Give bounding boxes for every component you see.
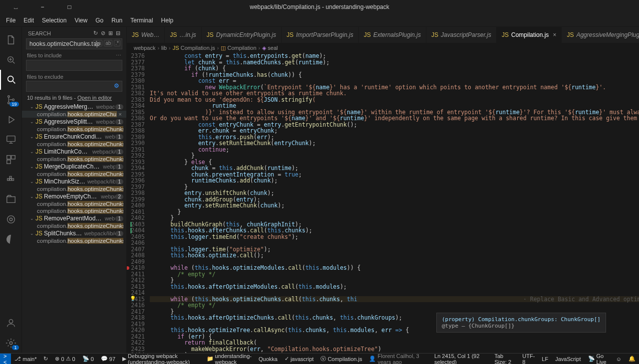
search-result-file[interactable]: ⌄JSMergeDuplicateChunksPlugin.jswebp…1 — [22, 163, 126, 171]
search-result-match[interactable]: compilation.hooks.optimizeChunks.tap( — [22, 185, 126, 192]
menu-edit[interactable]: Edit — [19, 16, 38, 25]
svg-rect-5 — [6, 136, 15, 142]
search-result-file[interactable]: ⌄JSAggressiveMergingPlugin.jswebpack/…1 — [22, 103, 126, 111]
gutter[interactable]: 2376237723782379238023812382238323842385… — [127, 53, 150, 353]
github-icon[interactable] — [0, 229, 22, 249]
editor-tab[interactable]: JSJavascriptParser.js — [426, 27, 497, 43]
whole-word-toggle[interactable]: ab — [104, 40, 112, 46]
editor-tab[interactable]: JSCompilation.js× — [497, 27, 562, 43]
search-icon[interactable] — [0, 70, 22, 90]
collapse-icon[interactable]: ⊟ — [116, 30, 120, 36]
clear-icon[interactable]: ⊘ — [101, 30, 105, 36]
search-result-file[interactable]: ⌄JSSplitChunksPlugin.jswebpack/lib/opti…… — [22, 229, 126, 237]
svg-point-15 — [9, 320, 12, 323]
search-result-match[interactable]: compilation.hooks.optimizeChunks.tap( — [22, 141, 126, 148]
search-result-match[interactable]: compilation.hooks.optimizeChunks.tap( — [22, 200, 126, 207]
include-input[interactable] — [26, 60, 122, 71]
target-icon[interactable] — [0, 209, 22, 229]
more-icon[interactable]: ⋯ — [116, 52, 121, 59]
search-result-file[interactable]: ⌄JSRemoveEmptyChunksPlugin.jswebpa…2 — [22, 192, 126, 200]
source-control-icon[interactable]: 19 — [0, 90, 22, 110]
account-icon[interactable] — [0, 313, 22, 333]
editor-tab[interactable]: JSAggressiveMergingPlugin.js — [562, 27, 639, 43]
search-result-match[interactable]: compilation.hooks.optimizeChunks.tap( — [22, 222, 126, 229]
menu-help[interactable]: Help — [157, 16, 178, 25]
search-magic-icon[interactable] — [0, 50, 22, 70]
run-debug-icon[interactable] — [0, 110, 22, 130]
search-result-file[interactable]: ⌄JSEnsureChunkConditionsPlugin.jsweb…1 — [22, 133, 126, 141]
search-result-file[interactable]: ⌄JSRemoveParentModulesPlugin.jsweb…1 — [22, 214, 126, 222]
regex-toggle[interactable]: .* — [114, 40, 120, 46]
breadcrumb[interactable]: webpack›lib›JS Compilation.js›◫ Compilat… — [127, 43, 639, 53]
editor-area: JSWeb…JS…in.jsJSDynamicEntryPlugin.jsJSI… — [127, 27, 639, 353]
lang-check[interactable]: ✓ javascript — [281, 354, 317, 364]
git-branch[interactable]: ⎇ main* — [11, 354, 40, 364]
workspace[interactable]: 📁 understanding-webpack — [203, 354, 255, 364]
menu-selection[interactable]: Selection — [38, 16, 70, 25]
window-maximize-button[interactable]: □ — [58, 0, 81, 14]
explorer-icon[interactable] — [0, 30, 22, 50]
git-blame[interactable]: 👤 Florent Cailhol, 3 years ago — [365, 354, 431, 364]
menu-run[interactable]: Run — [107, 16, 126, 25]
search-result-file[interactable]: ⌄JSMinChunkSizePlugin.jswebpack/lib/op…1 — [22, 178, 126, 185]
svg-point-16 — [9, 342, 12, 345]
editor-tab[interactable]: JS…in.js — [165, 27, 201, 43]
new-search-icon[interactable]: ⊞ — [108, 30, 113, 36]
quokka[interactable]: Quokka — [255, 354, 281, 364]
menu-file[interactable]: File — [2, 16, 19, 25]
search-result-match[interactable]: compilation.hooks.optimizeChunks.tap(× — [22, 111, 126, 118]
search-result-match[interactable]: compilation.hooks.optimizeChunks.tap( — [22, 237, 126, 244]
search-results-tree[interactable]: ⌄JSAggressiveMergingPlugin.jswebpack/…1c… — [22, 103, 126, 353]
search-result-match[interactable]: compilation.hooks.optimizeChunks.tap( — [22, 126, 126, 133]
search-result-match[interactable]: compilation.hooks.optimizeChunks.tap( — [22, 156, 126, 163]
hover-doc: @type — {ChunkGroup[]} — [442, 323, 601, 329]
eol[interactable]: LF — [538, 354, 552, 364]
cursor-position[interactable]: Ln 2415, Col 1 (92 selected) — [431, 354, 491, 364]
settings-icon[interactable]: 1 — [0, 333, 22, 353]
case-sensitive-toggle[interactable]: Aa — [93, 40, 102, 46]
language-mode[interactable]: JavaScript — [552, 354, 584, 364]
window-minimize-button[interactable]: − — [31, 0, 54, 14]
remote-indicator[interactable]: >< — [0, 354, 11, 364]
remote-explorer-icon[interactable] — [0, 130, 22, 150]
breadcrumb-item[interactable]: lib — [161, 45, 167, 51]
search-result-match[interactable]: compilation.hooks.optimizeChunks.tap( — [22, 171, 126, 178]
breadcrumb-item[interactable]: ◫ Compilation — [221, 45, 256, 51]
menu-terminal[interactable]: Terminal — [126, 16, 157, 25]
go-live[interactable]: 📡 Go Live — [585, 354, 613, 364]
project-icon[interactable] — [0, 189, 22, 209]
git-sync[interactable]: ↻ — [40, 354, 51, 364]
docker-icon[interactable] — [0, 170, 22, 189]
file-status[interactable]: ⓥ Compilation.js — [317, 354, 365, 364]
extensions-icon[interactable] — [0, 150, 22, 170]
tab-size[interactable]: Tab Size: 2 — [491, 354, 519, 364]
comment-count[interactable]: 💬 97 — [97, 354, 119, 364]
debug-status[interactable]: ▶ Debugging webpack (understanding-webpa… — [119, 354, 203, 364]
breadcrumb-item[interactable]: ◈ seal — [262, 45, 278, 51]
feedback-icon[interactable]: ☺ — [613, 354, 625, 364]
editor-tab[interactable]: JSDynamicEntryPlugin.js — [202, 27, 282, 43]
window-whitespace-icon[interactable]: ⎵ — [4, 0, 27, 14]
svg-point-3 — [7, 102, 9, 104]
code-editor[interactable]: const entry = this.entrypoints.get(name)… — [150, 53, 639, 353]
refresh-icon[interactable]: ↻ — [93, 30, 98, 36]
menu-go[interactable]: Go — [91, 16, 107, 25]
use-exclude-settings-icon[interactable]: ⚙ — [114, 82, 119, 89]
ports[interactable]: 📡 0 — [79, 354, 97, 364]
activity-bar: 19 1 — [0, 27, 22, 353]
exclude-input[interactable] — [26, 81, 122, 92]
editor-tab[interactable]: JSImportParserPlugin.js — [282, 27, 359, 43]
exclude-label: files to exclude — [27, 74, 63, 80]
breadcrumb-item[interactable]: JS Compilation.js — [173, 45, 215, 51]
editor-tab[interactable]: JSExternalsPlugin.js — [359, 27, 426, 43]
search-result-file[interactable]: ⌄JSAggressiveSplittingPlugin.jswebpack/…… — [22, 118, 126, 126]
problems[interactable]: ⊗ 0 ⚠ 0 — [51, 354, 78, 364]
notifications-icon[interactable]: 🔔 — [625, 354, 639, 364]
search-result-file[interactable]: ⌄JSLimitChunkCountPlugin.jswebpack/lib…1 — [22, 148, 126, 156]
menu-view[interactable]: View — [70, 16, 91, 25]
encoding[interactable]: UTF-8 — [519, 354, 538, 364]
open-in-editor-link[interactable]: Open in editor — [77, 95, 112, 101]
search-result-match[interactable]: compilation.hooks.optimizeChunks.tap( — [22, 207, 126, 214]
editor-tab[interactable]: JSWeb… — [127, 27, 165, 43]
breadcrumb-item[interactable]: webpack — [134, 45, 155, 51]
